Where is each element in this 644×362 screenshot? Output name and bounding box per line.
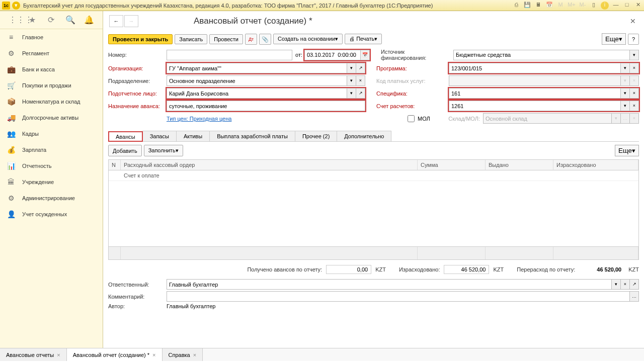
- close-icon[interactable]: ✕: [634, 2, 642, 10]
- open-button[interactable]: ↗: [356, 63, 365, 73]
- calendar-button[interactable]: 📅: [361, 50, 370, 60]
- maximize-icon[interactable]: □: [623, 2, 631, 10]
- clear-button[interactable]: ×: [630, 88, 639, 99]
- mol-checkbox[interactable]: [408, 115, 415, 122]
- comment-input[interactable]: [167, 291, 630, 302]
- clear-button[interactable]: ×: [356, 75, 365, 86]
- dt-kt-icon[interactable]: Дт: [245, 34, 257, 45]
- more-button[interactable]: Еще▾: [602, 33, 626, 45]
- tab-salary[interactable]: Выплата заработной платы: [209, 131, 295, 141]
- col-order[interactable]: Расходный кассовый ордер: [121, 160, 418, 170]
- open-button[interactable]: ↗: [630, 279, 639, 290]
- page-title: Авансовый отчет (создание) *: [138, 16, 628, 26]
- dropdown-button[interactable]: ▾: [621, 63, 630, 73]
- create-based-button[interactable]: Создать на основании▾: [273, 34, 343, 44]
- col-spent[interactable]: Израсходовано: [553, 160, 638, 170]
- col-issued[interactable]: Выдано: [486, 160, 553, 170]
- m-minus-icon[interactable]: M-: [579, 2, 587, 10]
- sidebar-item-assets[interactable]: 🚚Долгосрочные активы: [0, 110, 103, 126]
- bell-icon[interactable]: 🔔: [84, 15, 94, 25]
- sidebar-item-stock[interactable]: 📦Номенклатура и склад: [0, 94, 103, 110]
- close-page-button[interactable]: ✕: [628, 15, 638, 27]
- col-sum[interactable]: Сумма: [418, 160, 486, 170]
- sidebar-label: Администрирование: [22, 195, 75, 201]
- purpose-input[interactable]: [167, 101, 365, 111]
- person-input[interactable]: [167, 88, 347, 99]
- search-icon[interactable]: 🔍: [65, 15, 75, 25]
- dropdown-button[interactable]: ▾: [347, 88, 356, 99]
- ellipsis-button[interactable]: …: [630, 291, 639, 302]
- info-icon[interactable]: i: [601, 2, 609, 10]
- tab-additional[interactable]: Дополнительно: [337, 131, 391, 141]
- sidebar-item-bank[interactable]: 💼Банк и касса: [0, 61, 103, 77]
- print-icon[interactable]: ⎙: [512, 2, 520, 10]
- post-and-close-button[interactable]: Провести и закрыть: [108, 34, 173, 44]
- dropdown-button[interactable]: ▾: [612, 279, 621, 290]
- funding-input[interactable]: [453, 50, 630, 60]
- print-button[interactable]: 🖨 Печать▾: [345, 34, 382, 44]
- attach-icon[interactable]: 📎: [259, 34, 271, 45]
- panel-icon[interactable]: ▯: [590, 2, 598, 10]
- sidebar-item-sales[interactable]: 🛒Покупки и продажи: [0, 77, 103, 94]
- dept-input[interactable]: [167, 75, 347, 86]
- minimize-icon[interactable]: —: [612, 2, 620, 10]
- dropdown-button[interactable]: ▾: [630, 50, 639, 60]
- program-input[interactable]: [449, 63, 621, 73]
- nav-back-button[interactable]: ←: [109, 15, 123, 27]
- specifics-input[interactable]: [449, 88, 621, 99]
- org-input[interactable]: [167, 63, 347, 73]
- resp-input[interactable]: [167, 279, 612, 290]
- m-icon[interactable]: M: [556, 2, 565, 10]
- col-invoice[interactable]: Счет к оплате: [121, 170, 418, 180]
- dropdown-button[interactable]: ▾: [347, 63, 356, 73]
- sidebar-item-admin[interactable]: ⚙Администрирование: [0, 190, 103, 206]
- tab-help[interactable]: Справка×: [163, 348, 203, 361]
- help-button[interactable]: ?: [628, 34, 639, 45]
- clear-button[interactable]: ×: [630, 63, 639, 73]
- clear-button[interactable]: ×: [621, 279, 630, 290]
- calc-icon[interactable]: 🖩: [534, 2, 542, 10]
- open-button[interactable]: ↗: [356, 88, 365, 99]
- sidebar-item-reglament[interactable]: ⚙Регламент: [0, 45, 103, 61]
- tab-current-doc[interactable]: Авансовый отчет (создание) *×: [67, 348, 163, 361]
- fill-button[interactable]: Заполнить▾: [144, 145, 183, 156]
- tab-close-icon[interactable]: ×: [193, 352, 196, 358]
- sidebar-item-salary[interactable]: 💰Зарплата: [0, 142, 103, 158]
- post-button[interactable]: Провести: [209, 34, 243, 44]
- m-plus-icon[interactable]: M+: [568, 2, 576, 10]
- price-type-link[interactable]: Тип цен: Приходная цена: [167, 116, 231, 122]
- nav-forward-button[interactable]: →: [124, 15, 138, 27]
- currency: KZT: [375, 266, 386, 273]
- write-button[interactable]: Записать: [175, 34, 207, 44]
- grid-more-button[interactable]: Еще▾: [615, 145, 639, 156]
- tab-advances[interactable]: Авансы: [108, 131, 143, 142]
- clear-button[interactable]: ×: [630, 101, 639, 111]
- sidebar-item-hr[interactable]: 👥Кадры: [0, 126, 103, 142]
- add-button[interactable]: Добавить: [108, 145, 142, 156]
- save-icon[interactable]: 💾: [523, 2, 531, 10]
- app-menu-dropdown[interactable]: ▾: [12, 2, 20, 10]
- sidebar-item-convicts[interactable]: 👤Учет осужденных: [0, 206, 103, 222]
- dropdown-button[interactable]: ▾: [621, 88, 630, 99]
- history-icon[interactable]: ⟳: [46, 15, 56, 25]
- tab-stock[interactable]: Запасы: [142, 131, 177, 141]
- account-input[interactable]: [449, 101, 621, 111]
- date-input[interactable]: [304, 50, 361, 60]
- sidebar-item-main[interactable]: ≡Главное: [0, 29, 103, 45]
- dropdown-button[interactable]: ▾: [347, 75, 356, 86]
- dropdown-button[interactable]: ▾: [621, 101, 630, 111]
- sidebar-item-reports[interactable]: 📊Отчетность: [0, 158, 103, 174]
- tab-assets[interactable]: Активы: [176, 131, 210, 141]
- calendar-icon[interactable]: 📅: [545, 2, 553, 10]
- tab-close-icon[interactable]: ×: [57, 352, 60, 358]
- tab-close-icon[interactable]: ×: [152, 352, 155, 358]
- grid-body[interactable]: [109, 181, 638, 246]
- tab-reports-list[interactable]: Авансовые отчеты×: [0, 348, 67, 361]
- number-input[interactable]: [167, 50, 292, 60]
- number-label: Номер:: [108, 52, 164, 58]
- star-icon[interactable]: ★: [27, 15, 37, 25]
- apps-icon[interactable]: ⋮⋮⋮: [9, 15, 19, 25]
- col-n[interactable]: N: [109, 160, 121, 170]
- tab-other[interactable]: Прочее (2): [295, 131, 337, 141]
- sidebar-item-institution[interactable]: 🏛Учреждение: [0, 174, 103, 190]
